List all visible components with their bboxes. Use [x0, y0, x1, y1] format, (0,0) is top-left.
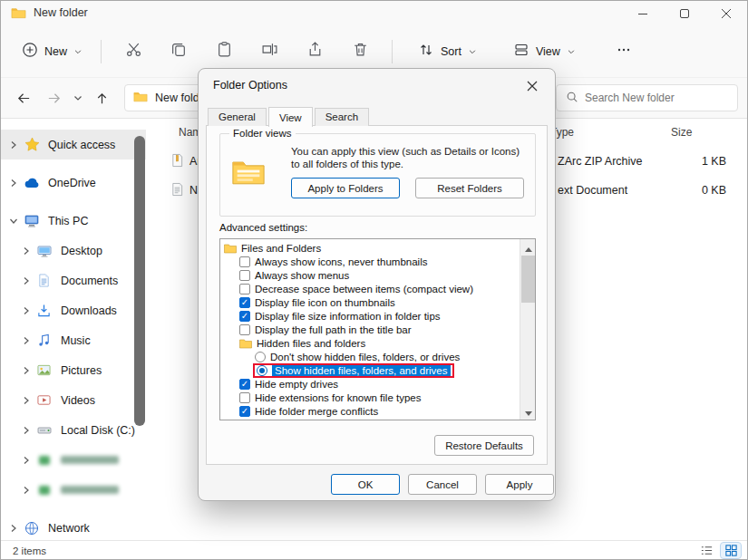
chevron-right-icon[interactable] — [22, 456, 34, 465]
tree-item[interactable]: Hidden files and folders — [221, 336, 519, 350]
chevron-right-icon[interactable] — [22, 246, 34, 256]
tree-item[interactable]: ✓Hide empty drives — [221, 377, 519, 391]
tree-item[interactable]: ✓ — [221, 418, 519, 420]
more-options-button[interactable] — [601, 35, 646, 68]
radio-button[interactable] — [255, 352, 266, 362]
chevron-right-icon[interactable] — [9, 140, 22, 150]
sidebar-item-pictures[interactable]: Pictures — [0, 355, 146, 385]
up-button[interactable] — [87, 84, 117, 111]
folder-views-icon — [231, 158, 266, 186]
tree-item-label: Decrease space between items (compact vi… — [255, 284, 473, 294]
folder-icon — [239, 338, 253, 349]
dialog-close-button[interactable] — [520, 75, 545, 97]
rename-button[interactable] — [247, 35, 292, 68]
chevron-right-icon[interactable] — [22, 426, 34, 435]
tab-view[interactable]: View — [268, 107, 313, 127]
thumbnails-view-icon[interactable] — [721, 543, 741, 558]
checkbox[interactable]: ✓ — [239, 297, 250, 308]
sidebar-item-redacted[interactable] — [0, 445, 146, 475]
pc-icon — [24, 214, 42, 228]
tree-item[interactable]: ✓Hide folder merge conflicts — [221, 404, 519, 418]
sidebar-scrollbar-thumb[interactable] — [134, 136, 145, 426]
sort-button[interactable]: Sort — [409, 34, 486, 69]
forward-button[interactable] — [39, 84, 69, 111]
listbox-scrollbar[interactable] — [520, 239, 535, 420]
checkbox[interactable]: ✓ — [239, 420, 250, 420]
checkbox[interactable] — [239, 324, 250, 335]
tree-item[interactable]: Don't show hidden files, folders, or dri… — [221, 350, 519, 363]
sidebar-item-label: Desktop — [61, 245, 102, 257]
sidebar-item-local-disk-c[interactable]: Local Disk (C:) — [0, 415, 146, 445]
sidebar-item-label: Documents — [61, 275, 118, 287]
chevron-right-icon[interactable] — [9, 179, 22, 188]
desktop-icon — [37, 244, 54, 258]
sidebar-item-label: Local Disk (C:) — [61, 424, 135, 437]
checkbox[interactable] — [239, 392, 250, 403]
tree-item[interactable]: Always show menus — [221, 268, 519, 282]
chevron-down-icon[interactable] — [9, 217, 22, 226]
maximize-button[interactable] — [664, 1, 705, 25]
tree-item[interactable]: Show hidden files, folders, and drives — [221, 363, 519, 377]
sidebar-item-network[interactable]: Network — [0, 513, 146, 540]
copy-button[interactable] — [156, 35, 201, 68]
chevron-right-icon[interactable] — [22, 486, 34, 495]
sidebar-item-downloads[interactable]: Downloads — [0, 295, 146, 325]
chevron-right-icon[interactable] — [22, 396, 34, 405]
back-button[interactable] — [9, 84, 39, 111]
scroll-up-arrow-icon[interactable] — [520, 239, 536, 254]
sidebar-item-documents[interactable]: Documents — [0, 266, 146, 295]
delete-button[interactable] — [337, 35, 383, 68]
sort-button-label: Sort — [441, 45, 461, 58]
sidebar-item-quick-access[interactable]: Quick access — [0, 130, 146, 159]
view-button[interactable]: View — [504, 34, 585, 69]
share-button[interactable] — [292, 35, 337, 68]
sidebar-item-onedrive[interactable]: OneDrive — [0, 168, 146, 198]
chevron-right-icon[interactable] — [22, 276, 34, 285]
advanced-settings-listbox: Files and FoldersAlways show icons, neve… — [219, 238, 536, 420]
tree-item[interactable]: ✓Display file size information in folder… — [221, 309, 519, 323]
apply-button[interactable]: Apply — [485, 474, 554, 495]
tree-item[interactable]: Always show icons, never thumbnails — [221, 255, 519, 268]
checkbox[interactable] — [239, 256, 250, 267]
sidebar-item-label: Downloads — [61, 304, 117, 317]
cut-button[interactable] — [111, 35, 156, 68]
sidebar-item-music[interactable]: Music — [0, 325, 146, 355]
checkbox[interactable] — [239, 284, 250, 294]
checkbox[interactable]: ✓ — [239, 406, 250, 417]
tree-item[interactable]: Display the full path in the title bar — [221, 323, 519, 336]
chevron-right-icon[interactable] — [9, 524, 22, 533]
checkbox[interactable]: ✓ — [239, 311, 250, 322]
tab-search[interactable]: Search — [315, 108, 369, 126]
sidebar-item-desktop[interactable]: Desktop — [0, 236, 146, 266]
chevron-right-icon[interactable] — [22, 366, 34, 375]
scrollbar-thumb[interactable] — [521, 256, 535, 303]
chevron-right-icon[interactable] — [22, 306, 34, 315]
cancel-button[interactable]: Cancel — [408, 474, 477, 495]
tree-item[interactable]: Hide extensions for known file types — [221, 391, 519, 404]
minimize-button[interactable] — [622, 1, 664, 25]
recent-locations-chevron[interactable] — [69, 84, 87, 111]
tree-item[interactable]: Files and Folders — [221, 241, 519, 255]
sidebar-item-redacted[interactable] — [0, 475, 146, 505]
tab-general[interactable]: General — [208, 108, 267, 126]
apply-to-folders-button[interactable]: Apply to Folders — [291, 178, 400, 198]
restore-defaults-button[interactable]: Restore Defaults — [434, 435, 534, 456]
details-view-icon[interactable] — [696, 543, 716, 558]
sidebar-item-videos[interactable]: Videos — [0, 385, 146, 415]
toolbar-separator — [392, 40, 393, 63]
close-button[interactable] — [705, 1, 747, 25]
paste-button[interactable] — [201, 35, 247, 68]
tree-item[interactable]: ✓Display file icon on thumbnails — [221, 295, 519, 309]
search-box[interactable]: Search New folder — [556, 84, 738, 111]
tree-item[interactable]: Decrease space between items (compact vi… — [221, 282, 519, 295]
reset-folders-button[interactable]: Reset Folders — [415, 178, 524, 198]
radio-button[interactable] — [257, 365, 267, 376]
scroll-down-arrow-icon[interactable] — [520, 405, 536, 420]
checkbox[interactable] — [239, 270, 250, 281]
new-button[interactable]: New — [13, 34, 92, 69]
checkbox[interactable]: ✓ — [239, 379, 250, 390]
chevron-right-icon[interactable] — [22, 336, 34, 345]
ok-button[interactable]: OK — [331, 474, 400, 495]
column-header-size[interactable]: Size — [671, 126, 692, 139]
sidebar-item-this-pc[interactable]: This PC — [0, 206, 146, 236]
